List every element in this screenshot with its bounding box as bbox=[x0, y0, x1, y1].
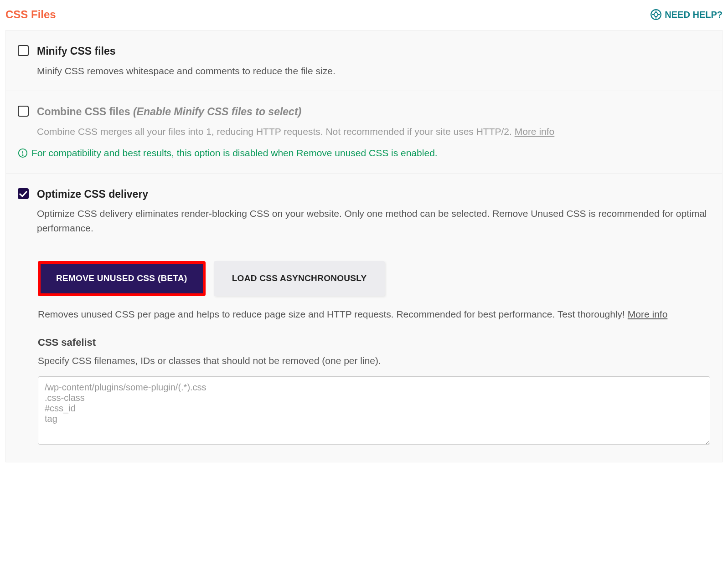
option-optimize: Optimize CSS delivery Optimize CSS deliv… bbox=[6, 174, 722, 249]
minify-content: Minify CSS files Minify CSS removes whit… bbox=[37, 43, 710, 78]
combine-desc-row: Combine CSS merges all your files into 1… bbox=[37, 124, 710, 139]
svg-point-8 bbox=[22, 155, 23, 155]
combine-hint: (Enable Minify CSS files to select) bbox=[133, 106, 301, 118]
combine-checkbox[interactable] bbox=[18, 106, 29, 117]
safelist-title: CSS safelist bbox=[38, 335, 710, 350]
svg-point-1 bbox=[654, 13, 658, 17]
combine-title-row: Combine CSS files (Enable Minify CSS fil… bbox=[37, 104, 710, 120]
safelist-textarea[interactable] bbox=[38, 376, 710, 445]
tab-remove-unused-css[interactable]: REMOVE UNUSED CSS (BETA) bbox=[38, 261, 206, 296]
settings-panel: Minify CSS files Minify CSS removes whit… bbox=[5, 31, 723, 462]
combine-title: Combine CSS files bbox=[37, 106, 130, 118]
optimize-title: Optimize CSS delivery bbox=[37, 186, 710, 202]
optimize-tabs: REMOVE UNUSED CSS (BETA) LOAD CSS ASYNCH… bbox=[38, 261, 710, 296]
optimize-more-info-link[interactable]: More info bbox=[628, 309, 668, 319]
section-header: CSS Files NEED HELP? bbox=[5, 0, 723, 31]
section-title: CSS Files bbox=[5, 6, 56, 23]
minify-title: Minify CSS files bbox=[37, 43, 710, 59]
combine-content: Combine CSS files (Enable Minify CSS fil… bbox=[37, 104, 710, 138]
combine-compat-note: For compatibility and best results, this… bbox=[6, 146, 722, 174]
optimize-subsection: REMOVE UNUSED CSS (BETA) LOAD CSS ASYNCH… bbox=[6, 248, 722, 448]
minify-desc: Minify CSS removes whitespace and commen… bbox=[37, 64, 710, 78]
option-minify: Minify CSS files Minify CSS removes whit… bbox=[6, 31, 722, 91]
optimize-tab-desc: Removes unused CSS per page and helps to… bbox=[38, 309, 628, 319]
optimize-content: Optimize CSS delivery Optimize CSS deliv… bbox=[37, 186, 710, 236]
optimize-checkbox[interactable] bbox=[18, 188, 29, 199]
minify-checkbox[interactable] bbox=[18, 45, 29, 56]
safelist-desc: Specify CSS filenames, IDs or classes th… bbox=[38, 354, 710, 368]
need-help-link[interactable]: NEED HELP? bbox=[650, 8, 723, 21]
tab-load-css-async[interactable]: LOAD CSS ASYNCHRONOUSLY bbox=[214, 261, 385, 296]
need-help-label: NEED HELP? bbox=[665, 8, 723, 21]
optimize-desc: Optimize CSS delivery eliminates render-… bbox=[37, 206, 710, 235]
combine-more-info-link[interactable]: More info bbox=[515, 126, 555, 137]
option-combine: Combine CSS files (Enable Minify CSS fil… bbox=[6, 91, 722, 146]
alert-icon bbox=[18, 148, 28, 158]
optimize-tab-desc-row: Removes unused CSS per page and helps to… bbox=[38, 307, 710, 322]
combine-desc: Combine CSS merges all your files into 1… bbox=[37, 126, 515, 137]
compat-note-text: For compatibility and best results, this… bbox=[31, 146, 438, 160]
help-icon bbox=[650, 9, 662, 20]
